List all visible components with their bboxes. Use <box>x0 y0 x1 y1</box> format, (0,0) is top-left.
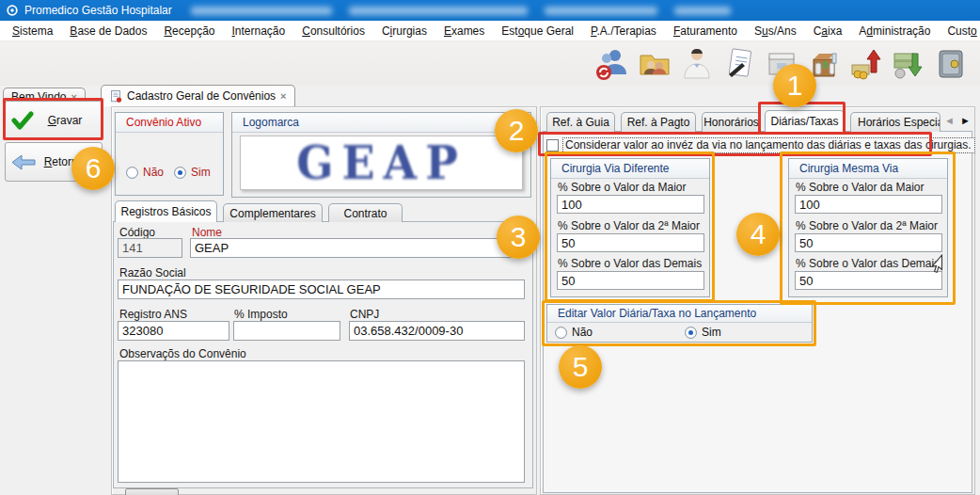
menu-pa-terapias[interactable]: P.A./Terapias <box>582 24 665 38</box>
tab-ref-a-pagto[interactable]: Ref. à Pagto <box>621 112 696 132</box>
menu-custo[interactable]: Custo <box>939 24 980 38</box>
menu-sistema[interactable]: Sistema <box>4 24 61 38</box>
scroll-left-icon[interactable]: ◄ <box>944 115 960 126</box>
menu-accel: o <box>971 24 977 38</box>
menu-bar: Sistema Base de Dados Recepção Internaçã… <box>0 21 980 41</box>
nome-field[interactable] <box>190 238 525 258</box>
nome-label: Nome <box>192 226 222 239</box>
convenio-ativo-sim-option[interactable]: Sim <box>174 166 211 179</box>
annotation-step-5: 5 <box>559 345 602 389</box>
razao-social-field[interactable] <box>118 279 525 299</box>
redacted-title-text <box>349 7 528 15</box>
tab-cadastro-convenios[interactable]: Cadastro Geral de Convênios × <box>101 85 295 106</box>
clipped-bottom-button[interactable] <box>125 488 179 495</box>
doctor-icon[interactable] <box>679 46 715 82</box>
imposto-label: % Imposto <box>234 308 288 321</box>
tab-label: Ref. à Pagto <box>627 116 690 129</box>
menu-accel: R <box>164 24 172 38</box>
contract-document-icon[interactable] <box>721 46 757 82</box>
tab-honorarios[interactable]: Honorários <box>702 112 761 132</box>
radio-sim[interactable] <box>174 167 186 179</box>
tab-label: Complementares <box>229 207 315 220</box>
menu-accel: C <box>302 24 310 38</box>
close-icon[interactable]: × <box>280 90 286 102</box>
redacted-title-text <box>545 7 657 15</box>
menu-exames[interactable]: Exames <box>435 24 493 38</box>
geap-logo-text: GEAP <box>296 136 466 189</box>
safe-icon[interactable] <box>933 46 969 82</box>
menu-label: ministração <box>873 24 930 38</box>
annotation-red-box-gravar <box>3 98 103 140</box>
menu-sus-ans[interactable]: Sus/Ans <box>746 24 805 38</box>
annotation-red-box-diarias-tab <box>758 102 846 135</box>
menu-cirurgias[interactable]: Cirurgias <box>373 24 435 38</box>
annotation-step-1: 1 <box>773 64 816 107</box>
tab-contrato[interactable]: Contrato <box>328 203 403 222</box>
mouse-cursor <box>929 254 944 275</box>
group-title: Convênio Ativo <box>116 113 223 133</box>
menu-internacao[interactable]: Internação <box>223 24 293 38</box>
radio-nao-label: Não <box>143 166 164 179</box>
codigo-label: Código <box>119 226 155 239</box>
menu-label: onsultórios <box>310 24 365 38</box>
menu-label: istema <box>20 24 53 38</box>
menu-accel: E <box>444 24 451 38</box>
menu-base-de-dados[interactable]: Base de Dados <box>61 24 155 38</box>
menu-accel: a <box>821 24 828 38</box>
menu-label: ixa <box>828 24 842 38</box>
menu-label: que Geral <box>524 24 574 38</box>
tab-horarios-especiais[interactable]: Horários Especia <box>850 112 940 132</box>
menu-accel: S <box>12 24 20 38</box>
menu-label: xames <box>451 24 484 38</box>
tab-complementares[interactable]: Complementares <box>223 203 323 222</box>
menu-label: rurgias <box>392 24 427 38</box>
menu-recepcao[interactable]: Recepção <box>155 24 223 38</box>
menu-administracao[interactable]: Administração <box>850 24 939 38</box>
codigo-field <box>118 238 182 258</box>
menu-label: C <box>814 24 822 38</box>
tab-label: Registros Básicos <box>120 205 211 218</box>
tab-label: Contrato <box>343 207 387 220</box>
window-title: Promedico Gestão Hospitalar <box>24 4 172 17</box>
observacoes-field[interactable] <box>118 360 525 483</box>
patients-folder-icon[interactable] <box>637 46 672 82</box>
users-sync-icon[interactable] <box>594 46 630 82</box>
menu-label: ecepção <box>172 24 214 38</box>
tab-label: Horários Especia <box>858 116 940 129</box>
button-accel: R <box>44 155 53 168</box>
menu-faturamento[interactable]: Faturamento <box>665 24 746 38</box>
annotation-step-2: 2 <box>495 109 538 152</box>
menu-accel: u <box>762 24 768 38</box>
group-title: Logomarca <box>232 113 530 133</box>
menu-estoque-geral[interactable]: Estoque Geral <box>493 24 582 38</box>
menu-label: ase de Dados <box>77 24 147 38</box>
scroll-right-icon[interactable]: ► <box>960 115 976 126</box>
toolbar <box>0 41 980 86</box>
registro-ans-field[interactable] <box>118 321 229 341</box>
imposto-field[interactable] <box>233 321 340 341</box>
convenio-ativo-nao-option[interactable]: Não <box>126 166 164 179</box>
revenue-up-icon[interactable] <box>848 46 884 82</box>
annotation-step-4: 4 <box>736 213 780 256</box>
annotation-orange-box-via-diferente <box>545 152 715 302</box>
logomarca-image: GEAP <box>240 136 523 190</box>
registro-ans-label: Registro ANS <box>119 308 187 321</box>
annotation-orange-box-editar-valor <box>542 300 816 346</box>
expense-down-icon[interactable] <box>891 46 926 82</box>
cnpj-field[interactable] <box>349 321 525 341</box>
annotation-step-6: 6 <box>71 147 115 190</box>
tab-ref-a-guia[interactable]: Ref. à Guia <box>546 112 615 132</box>
menu-label: nternação <box>235 24 285 38</box>
tab-registros-basicos[interactable]: Registros Básicos <box>115 200 217 222</box>
tab-scroll-arrows: ◄► <box>944 115 976 126</box>
annotation-step-3: 3 <box>497 216 540 259</box>
app-window: Promedico Gestão Hospitalar Sistema Base… <box>0 0 980 495</box>
menu-label: S <box>754 24 762 38</box>
tab-label: Ref. à Guia <box>552 116 609 129</box>
menu-caixa[interactable]: Caixa <box>805 24 851 38</box>
radio-nao[interactable] <box>126 167 138 179</box>
tab-label: Cadastro Geral de Convênios <box>127 89 276 103</box>
menu-label: Est <box>501 24 517 38</box>
redacted-title-text <box>191 7 332 15</box>
menu-consultorios[interactable]: Consultórios <box>293 24 373 38</box>
